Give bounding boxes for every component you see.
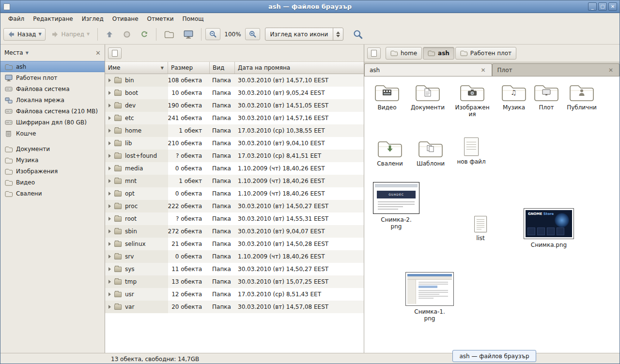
location-toggle-button[interactable]: [367, 47, 381, 59]
maximize-button[interactable]: ▢: [598, 2, 607, 11]
home-button[interactable]: [160, 28, 178, 41]
close-button[interactable]: ✕: [608, 2, 617, 11]
table-row[interactable]: mnt1 обектПапка1.10.2009 (чт) 18,40,26 E…: [105, 175, 364, 187]
table-row[interactable]: lost+found? обектаПапка17.03.2010 (ср) 8…: [105, 150, 364, 162]
expander-icon[interactable]: [108, 116, 111, 120]
table-row[interactable]: srv0 обектаПапка1.10.2009 (чт) 18,40,26 …: [105, 250, 364, 263]
expander-icon[interactable]: [108, 129, 111, 133]
sidebar-item-local-network[interactable]: Локална мрежа: [0, 94, 105, 106]
expander-icon[interactable]: [108, 154, 111, 158]
forward-button[interactable]: Напред ▼: [47, 28, 94, 41]
sidebar-item-filesystem[interactable]: Файлова система: [0, 83, 105, 94]
table-row[interactable]: lib210 обектаПапка30.03.2010 (вт) 9,04,1…: [105, 137, 364, 150]
expander-icon[interactable]: [108, 292, 111, 296]
folder-desktop[interactable]: Плот: [528, 81, 565, 111]
expander-icon[interactable]: [108, 242, 111, 246]
sidebar-item-documents[interactable]: Документи: [0, 143, 105, 154]
expander-icon[interactable]: [108, 204, 111, 208]
expander-icon[interactable]: [108, 255, 111, 258]
sidebar-item-filesystem-210mb[interactable]: Файлова система (210 MB): [0, 106, 105, 117]
sidebar-item-music[interactable]: Музика: [0, 154, 105, 166]
sidebar-item-encrypted-80gb[interactable]: Шифриран дял (80 GB): [0, 117, 105, 128]
file-list[interactable]: list: [466, 216, 495, 242]
sidebar-item-pictures[interactable]: Изображения: [0, 166, 105, 177]
menu-go[interactable]: Отиване: [108, 15, 142, 23]
table-row[interactable]: media0 обектаПапка1.10.2009 (чт) 18,40,2…: [105, 162, 364, 175]
expander-icon[interactable]: [108, 217, 111, 221]
combo-spinner-icon[interactable]: [333, 28, 343, 40]
folder-video[interactable]: Видео: [367, 81, 407, 111]
column-header-name[interactable]: Име ▼: [105, 62, 168, 74]
expander-icon[interactable]: [108, 192, 111, 196]
table-row[interactable]: sbin272 обектаПапка30.03.2010 (вт) 9,04,…: [105, 225, 364, 238]
expander-icon[interactable]: [108, 141, 111, 145]
zoom-out-button[interactable]: [205, 28, 220, 40]
file-snimka-2[interactable]: GUADEC Снимка-2.png: [371, 182, 421, 230]
folder-public[interactable]: Публични: [561, 81, 603, 111]
table-row[interactable]: selinux21 обектаПапка30.03.2010 (вт) 14,…: [105, 238, 364, 250]
titlebar[interactable]: ash — файлов браузър _ ▢ ✕: [0, 0, 620, 13]
sidebar-item-trash[interactable]: Кошче: [0, 128, 105, 139]
expander-icon[interactable]: [108, 267, 111, 271]
file-new[interactable]: нов файл: [451, 137, 491, 165]
file-snimka-1[interactable]: Снимка-1.png: [404, 272, 455, 322]
table-row[interactable]: opt0 обектаПапка1.10.2009 (чт) 18,40,26 …: [105, 187, 364, 200]
expander-icon[interactable]: [108, 91, 111, 95]
sidebar-item-desktop[interactable]: Работен плот: [0, 72, 105, 83]
breadcrumb-ash[interactable]: ash: [423, 47, 454, 60]
menu-file[interactable]: Файл: [4, 15, 28, 23]
folder-images[interactable]: Изображения: [451, 81, 493, 118]
breadcrumb-home[interactable]: home: [386, 47, 422, 60]
table-row[interactable]: usr12 обектаПапка17.03.2010 (ср) 8,51,43…: [105, 288, 364, 301]
back-button[interactable]: Назад ▼: [3, 28, 46, 41]
table-row[interactable]: proc222 обектаПапка30.03.2010 (вт) 14,50…: [105, 200, 364, 212]
table-row[interactable]: bin108 обектаПапка30.03.2010 (вт) 14,57,…: [105, 74, 364, 87]
folder-documents[interactable]: Документи: [407, 81, 449, 111]
tab-desktop[interactable]: Плот ✕: [492, 63, 620, 76]
up-button[interactable]: [102, 28, 117, 41]
view-mode-select[interactable]: Изглед като икони: [265, 28, 344, 41]
minimize-button[interactable]: _: [588, 2, 597, 11]
sidebar-close-icon[interactable]: ✕: [95, 49, 101, 57]
expander-icon[interactable]: [108, 229, 111, 233]
expander-icon[interactable]: [108, 104, 111, 107]
close-icon[interactable]: ✕: [607, 67, 614, 74]
stop-button[interactable]: [119, 28, 135, 41]
sidebar-item-ash[interactable]: ash: [0, 61, 105, 72]
file-snimka[interactable]: GNOME Store Снимка.png: [522, 208, 575, 248]
table-row[interactable]: home1 обектПапка17.03.2010 (ср) 10,38,55…: [105, 124, 364, 137]
menu-help[interactable]: Помощ: [179, 15, 208, 23]
reload-button[interactable]: [137, 28, 152, 41]
chevron-down-icon[interactable]: ▼: [26, 51, 29, 55]
tab-ash[interactable]: ash ✕: [364, 63, 492, 76]
expander-icon[interactable]: [108, 78, 111, 82]
expander-icon[interactable]: [108, 167, 111, 170]
taskbar-tooltip[interactable]: ash — файлов браузър: [452, 350, 536, 362]
sidebar-item-video[interactable]: Видео: [0, 177, 105, 188]
close-icon[interactable]: ✕: [480, 67, 486, 74]
table-row[interactable]: dev190 обектаПапка30.03.2010 (вт) 14,51,…: [105, 99, 364, 112]
folder-templates[interactable]: Шаблони: [411, 137, 450, 167]
sidebar-item-downloads[interactable]: Свалени: [0, 188, 105, 199]
zoom-in-button[interactable]: [245, 28, 260, 40]
table-row[interactable]: etc241 обектаПапка30.03.2010 (вт) 14,57,…: [105, 112, 364, 124]
sidebar-title[interactable]: Места: [4, 49, 23, 56]
table-row[interactable]: var20 обектаПапка30.03.2010 (вт) 14,57,0…: [105, 301, 364, 313]
expander-icon[interactable]: [108, 305, 111, 309]
column-header-date[interactable]: Дата на промяна: [235, 62, 364, 74]
breadcrumb-desktop[interactable]: Работен плот: [455, 47, 516, 60]
column-header-type[interactable]: Вид: [210, 62, 235, 74]
table-row[interactable]: boot10 обектаПапка30.03.2010 (вт) 9,05,2…: [105, 87, 364, 99]
computer-button[interactable]: [180, 28, 197, 41]
menu-bookmarks[interactable]: Отметки: [143, 15, 178, 23]
table-row[interactable]: tmp13 обектаПапка30.03.2010 (вт) 15,07,2…: [105, 275, 364, 288]
search-button[interactable]: [349, 27, 367, 42]
table-row[interactable]: sys11 обектаПапка30.03.2010 (вт) 14,50,2…: [105, 263, 364, 275]
menu-view[interactable]: Изглед: [78, 15, 108, 23]
expander-icon[interactable]: [108, 179, 111, 183]
column-header-size[interactable]: Размер: [168, 62, 210, 74]
table-row[interactable]: root? обектаПапка30.03.2010 (вт) 14,55,3…: [105, 212, 364, 225]
icon-view[interactable]: Видео Документи: [364, 76, 620, 353]
menu-edit[interactable]: Редактиране: [29, 15, 77, 23]
expander-icon[interactable]: [108, 280, 111, 284]
